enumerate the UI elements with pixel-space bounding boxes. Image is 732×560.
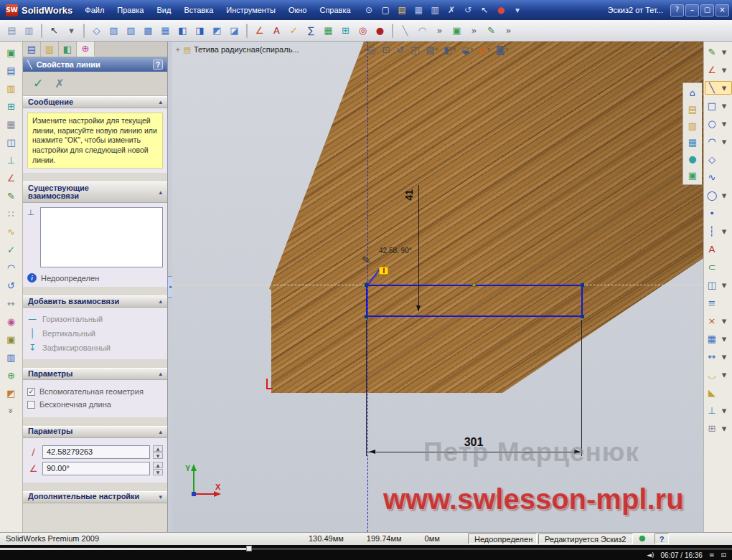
- rectangle-tool-icon[interactable]: □ ▾: [705, 99, 732, 113]
- graphics-viewport[interactable]: 41 301 42.58, 90° ✎ Y X Петр Марценюк ww…: [172, 42, 703, 532]
- sketch-text-icon[interactable]: A: [268, 22, 285, 39]
- instant3d-icon[interactable]: ●: [372, 22, 388, 39]
- tool-grid-icon[interactable]: ⊞: [4, 100, 19, 113]
- separator[interactable]: [392, 24, 393, 38]
- point-tool-icon[interactable]: •: [705, 207, 732, 220]
- spline-tool-icon[interactable]: ∿: [705, 171, 732, 184]
- sketch-midpoint-handle[interactable]: [472, 283, 476, 287]
- menu-view[interactable]: Вид: [151, 4, 178, 16]
- tree-expand-icon[interactable]: +: [175, 47, 181, 53]
- menu-window[interactable]: Окно: [282, 4, 314, 16]
- menu-insert[interactable]: Вставка: [177, 4, 220, 16]
- custom-properties-tab-icon[interactable]: ▣: [685, 168, 700, 182]
- tool-flag-icon[interactable]: ◩: [4, 386, 19, 399]
- select-pointer-icon[interactable]: ↖: [477, 3, 492, 17]
- open-icon[interactable]: ▤: [395, 3, 410, 17]
- tool-sketch-pencil-icon[interactable]: ✎: [4, 189, 19, 202]
- spell-check-icon[interactable]: ✓: [286, 22, 302, 39]
- separator[interactable]: [41, 24, 42, 38]
- tool-new-sketch-icon[interactable]: ▣: [4, 46, 19, 59]
- linear-pattern-icon[interactable]: ▦ ▾: [705, 332, 732, 346]
- fillet-feature-icon[interactable]: ◩: [209, 22, 225, 39]
- doc-minimize-button[interactable]: –: [652, 44, 663, 54]
- mirror-entities-icon[interactable]: ◫ ▾: [705, 278, 732, 292]
- appearances-tab-icon[interactable]: ●: [685, 151, 700, 166]
- spinner-up-icon[interactable]: ▲: [153, 445, 163, 452]
- annotation-pencil-icon[interactable]: ✎: [483, 22, 499, 39]
- tool-mirror-icon[interactable]: ◫: [4, 136, 19, 148]
- sketch-vertex-handle[interactable]: [581, 315, 584, 318]
- doc-close-button[interactable]: ✕: [678, 44, 689, 54]
- tool-library-icon[interactable]: ▥: [4, 82, 19, 95]
- resources-tab-icon[interactable]: ⌂: [685, 85, 700, 100]
- section-header-more-options[interactable]: Дополнительные настройки ▾: [23, 491, 167, 503]
- pm-tab-configurations[interactable]: ▥: [41, 42, 59, 57]
- print-icon[interactable]: ▥: [428, 3, 443, 17]
- display-relations-icon[interactable]: ⊥ ▾: [705, 404, 732, 417]
- move-entities-icon[interactable]: ↔ ▾: [705, 350, 732, 364]
- circle-tool-icon[interactable]: ○ ▾: [705, 117, 732, 130]
- hide-show-items-icon[interactable]: ◒ ▾: [460, 44, 474, 55]
- panel-help-button[interactable]: ?: [153, 60, 163, 70]
- line-tool-icon[interactable]: ╲ ▾: [705, 81, 732, 95]
- menu-file[interactable]: Файл: [78, 4, 111, 16]
- document-tab[interactable]: + ▤ Тетива радиусная(спираль...: [175, 45, 299, 54]
- spinner-down-icon[interactable]: ▼: [153, 469, 163, 475]
- checkbox[interactable]: ✓: [27, 388, 35, 396]
- sketch-rectangle[interactable]: [366, 285, 583, 317]
- tool-curve-icon[interactable]: ◠: [4, 261, 19, 274]
- save-icon[interactable]: ▦: [411, 3, 426, 17]
- pm-tab-display[interactable]: ◧: [59, 42, 77, 57]
- swept-boss-icon[interactable]: ▩: [140, 22, 156, 39]
- undo-icon[interactable]: ↺: [461, 3, 476, 17]
- zoom-area-icon[interactable]: ⊡: [380, 44, 392, 55]
- toolbar-overflow-1[interactable]: »: [431, 22, 448, 39]
- chamfer-tool-icon[interactable]: ◣: [705, 386, 732, 399]
- delete-icon[interactable]: ✗: [444, 3, 459, 17]
- shell-feature-icon[interactable]: ◪: [226, 22, 243, 39]
- spinner-down-icon[interactable]: ▼: [153, 452, 163, 459]
- smart-dimension-icon[interactable]: ∠: [251, 22, 268, 39]
- hole-wizard-icon[interactable]: ⊞: [337, 22, 354, 39]
- polygon-tool-icon[interactable]: ◇: [705, 153, 732, 166]
- text-tool-icon[interactable]: A: [705, 242, 732, 256]
- tool-relations-icon[interactable]: ⊥: [4, 153, 19, 166]
- separator[interactable]: [83, 24, 85, 38]
- separator[interactable]: [246, 24, 248, 38]
- previous-view-icon[interactable]: ↺: [395, 44, 406, 55]
- ok-button[interactable]: ✓: [33, 77, 43, 90]
- display-style-icon[interactable]: ◧ ▾: [442, 44, 457, 55]
- pm-tab-properties[interactable]: ▤: [23, 42, 41, 57]
- more-tools-chevron[interactable]: »: [5, 404, 18, 418]
- line-format-icon[interactable]: ╲: [397, 22, 413, 39]
- section-header-message[interactable]: Сообщение ▴: [23, 96, 167, 108]
- extruded-cut-icon[interactable]: ◧: [174, 22, 191, 39]
- revolved-boss-icon[interactable]: ▨: [123, 22, 139, 39]
- smart-dimension-icon[interactable]: ∠ ▾: [705, 63, 732, 77]
- toolbar-options-dropdown[interactable]: ▾: [510, 3, 525, 17]
- parameter-input[interactable]: 42.58279263: [42, 445, 150, 459]
- new-document-icon[interactable]: ▢: [378, 3, 393, 17]
- design-library-tab-icon[interactable]: ▤: [685, 102, 700, 116]
- section-header-existing-relations[interactable]: Существующие взаимосвязи ▴: [23, 181, 167, 203]
- ellipse-tool-icon[interactable]: ◯ ▾: [705, 189, 732, 202]
- relation-fixed[interactable]: ↧ Зафиксированный: [27, 341, 163, 355]
- minimize-button[interactable]: –: [685, 4, 699, 16]
- sheet-format-icon[interactable]: ▤: [4, 22, 20, 39]
- select-arrow-icon[interactable]: ↖: [46, 22, 62, 39]
- sketch-vertex-handle[interactable]: [365, 315, 368, 318]
- relations-list-box[interactable]: [40, 207, 163, 267]
- spinner-up-icon[interactable]: ▲: [153, 462, 163, 468]
- revolved-cut-icon[interactable]: ◨: [192, 22, 208, 39]
- volume-icon[interactable]: ◄): [647, 552, 654, 559]
- section-header-add-relations[interactable]: Добавить взаимосвязи ▴: [23, 295, 167, 308]
- dimension-41-line[interactable]: [418, 185, 419, 311]
- tool-move-icon[interactable]: ↔: [4, 297, 19, 310]
- close-button[interactable]: ×: [715, 4, 729, 16]
- design-table-icon[interactable]: ▦: [320, 22, 337, 39]
- sketch-vertex-handle[interactable]: [581, 283, 584, 287]
- menu-tools[interactable]: Инструменты: [220, 4, 282, 16]
- doc-restore-button[interactable]: ▢: [665, 44, 676, 54]
- sketch-plane-icon[interactable]: ◇: [88, 22, 105, 39]
- extruded-boss-icon[interactable]: ▧: [105, 22, 122, 39]
